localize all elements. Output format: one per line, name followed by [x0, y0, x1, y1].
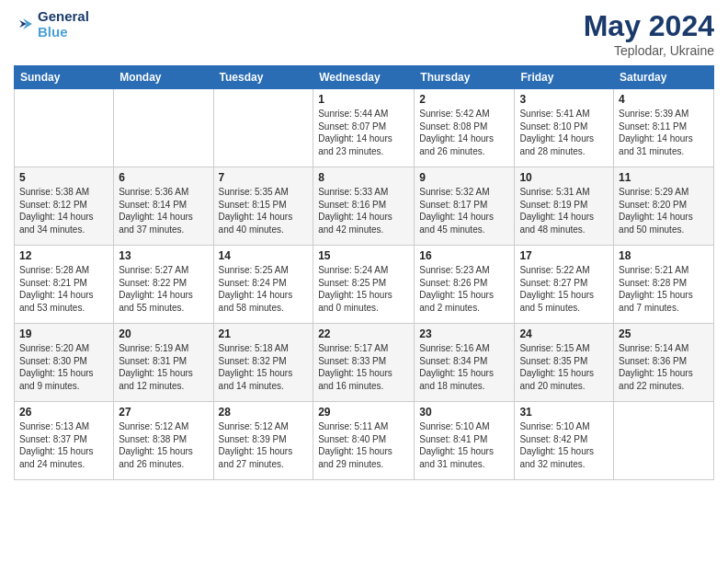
day-cell-2-6: 18 Sunrise: 5:21 AM Sunset: 8:28 PM Dayl…: [614, 246, 714, 324]
daylight: Daylight: 15 hours and 24 minutes.: [19, 446, 94, 469]
daylight: Daylight: 15 hours and 29 minutes.: [318, 446, 392, 469]
logo-general: General: [38, 9, 89, 25]
day-cell-4-5: 31 Sunrise: 5:10 AM Sunset: 8:42 PM Dayl…: [515, 402, 614, 480]
day-cell-0-6: 4 Sunrise: 5:39 AM Sunset: 8:11 PM Dayli…: [614, 89, 714, 167]
sunrise: Sunrise: 5:33 AM: [318, 187, 388, 197]
day-number: 14: [219, 249, 309, 262]
sunset: Sunset: 8:30 PM: [19, 356, 87, 366]
week-row-2: 5 Sunrise: 5:38 AM Sunset: 8:12 PM Dayli…: [15, 167, 714, 246]
sunset: Sunset: 8:25 PM: [318, 278, 386, 288]
daylight: Daylight: 15 hours and 7 minutes.: [619, 290, 693, 313]
sunset: Sunset: 8:17 PM: [419, 200, 487, 210]
sunset: Sunset: 8:39 PM: [219, 434, 287, 444]
daylight: Daylight: 14 hours and 23 minutes.: [318, 133, 392, 156]
day-cell-2-5: 17 Sunrise: 5:22 AM Sunset: 8:27 PM Dayl…: [515, 246, 614, 324]
day-info: Sunrise: 5:29 AM Sunset: 8:20 PM Dayligh…: [619, 186, 709, 236]
day-cell-3-4: 23 Sunrise: 5:16 AM Sunset: 8:34 PM Dayl…: [415, 324, 515, 402]
logo: General Blue: [14, 9, 89, 40]
sunrise: Sunrise: 5:17 AM: [318, 343, 388, 353]
day-info: Sunrise: 5:31 AM Sunset: 8:19 PM Dayligh…: [519, 186, 609, 236]
day-cell-2-3: 15 Sunrise: 5:24 AM Sunset: 8:25 PM Dayl…: [313, 246, 415, 324]
title-month: May 2024: [584, 9, 714, 43]
day-number: 26: [19, 406, 108, 419]
sunrise: Sunrise: 5:44 AM: [318, 109, 388, 119]
day-cell-4-2: 28 Sunrise: 5:12 AM Sunset: 8:39 PM Dayl…: [213, 402, 313, 480]
daylight: Daylight: 15 hours and 14 minutes.: [219, 368, 293, 391]
day-cell-3-2: 21 Sunrise: 5:18 AM Sunset: 8:32 PM Dayl…: [213, 324, 313, 402]
day-cell-0-4: 2 Sunrise: 5:42 AM Sunset: 8:08 PM Dayli…: [415, 89, 515, 167]
daylight: Daylight: 15 hours and 31 minutes.: [419, 446, 494, 469]
day-cell-3-3: 22 Sunrise: 5:17 AM Sunset: 8:33 PM Dayl…: [313, 324, 415, 402]
col-wednesday: Wednesday: [313, 66, 415, 89]
daylight: Daylight: 14 hours and 34 minutes.: [19, 212, 94, 235]
day-info: Sunrise: 5:17 AM Sunset: 8:33 PM Dayligh…: [318, 342, 409, 392]
day-info: Sunrise: 5:28 AM Sunset: 8:21 PM Dayligh…: [19, 264, 108, 314]
sunrise: Sunrise: 5:10 AM: [419, 421, 489, 431]
daylight: Daylight: 15 hours and 32 minutes.: [519, 446, 594, 469]
daylight: Daylight: 14 hours and 28 minutes.: [519, 133, 594, 156]
day-cell-1-1: 6 Sunrise: 5:36 AM Sunset: 8:14 PM Dayli…: [114, 167, 213, 246]
day-cell-1-0: 5 Sunrise: 5:38 AM Sunset: 8:12 PM Dayli…: [15, 167, 114, 246]
day-cell-2-0: 12 Sunrise: 5:28 AM Sunset: 8:21 PM Dayl…: [15, 246, 114, 324]
day-info: Sunrise: 5:32 AM Sunset: 8:17 PM Dayligh…: [419, 186, 509, 236]
daylight: Daylight: 15 hours and 9 minutes.: [19, 368, 94, 391]
sunset: Sunset: 8:12 PM: [19, 200, 87, 210]
daylight: Daylight: 15 hours and 22 minutes.: [619, 368, 693, 391]
day-info: Sunrise: 5:22 AM Sunset: 8:27 PM Dayligh…: [519, 264, 609, 314]
sunset: Sunset: 8:07 PM: [318, 121, 386, 132]
sunset: Sunset: 8:22 PM: [119, 278, 187, 288]
col-sunday: Sunday: [15, 66, 114, 89]
day-info: Sunrise: 5:15 AM Sunset: 8:35 PM Dayligh…: [519, 342, 609, 392]
day-info: Sunrise: 5:41 AM Sunset: 8:10 PM Dayligh…: [519, 108, 609, 157]
sunset: Sunset: 8:32 PM: [219, 356, 287, 366]
sunrise: Sunrise: 5:42 AM: [419, 109, 489, 119]
sunset: Sunset: 8:15 PM: [219, 200, 287, 210]
sunrise: Sunrise: 5:13 AM: [19, 421, 89, 431]
sunrise: Sunrise: 5:29 AM: [619, 187, 688, 197]
col-monday: Monday: [114, 66, 213, 89]
col-thursday: Thursday: [415, 66, 515, 89]
calendar-header-row: Sunday Monday Tuesday Wednesday Thursday…: [15, 66, 714, 89]
day-cell-1-6: 11 Sunrise: 5:29 AM Sunset: 8:20 PM Dayl…: [614, 167, 714, 246]
sunset: Sunset: 8:40 PM: [318, 434, 386, 444]
header: General Blue May 2024 Teplodar, Ukraine: [14, 9, 714, 58]
sunset: Sunset: 8:42 PM: [519, 434, 587, 444]
daylight: Daylight: 15 hours and 20 minutes.: [519, 368, 594, 391]
sunrise: Sunrise: 5:12 AM: [219, 421, 289, 431]
sunset: Sunset: 8:21 PM: [19, 278, 87, 288]
day-info: Sunrise: 5:10 AM Sunset: 8:41 PM Dayligh…: [419, 420, 509, 470]
daylight: Daylight: 14 hours and 40 minutes.: [219, 212, 293, 235]
day-info: Sunrise: 5:36 AM Sunset: 8:14 PM Dayligh…: [119, 186, 208, 236]
daylight: Daylight: 14 hours and 53 minutes.: [19, 290, 94, 313]
sunset: Sunset: 8:36 PM: [619, 356, 687, 366]
sunrise: Sunrise: 5:24 AM: [318, 265, 388, 275]
day-number: 7: [219, 171, 309, 184]
day-number: 21: [219, 327, 309, 340]
day-cell-0-3: 1 Sunrise: 5:44 AM Sunset: 8:07 PM Dayli…: [313, 89, 415, 167]
sunrise: Sunrise: 5:27 AM: [119, 265, 188, 275]
day-info: Sunrise: 5:35 AM Sunset: 8:15 PM Dayligh…: [219, 186, 309, 236]
day-cell-0-1: [114, 89, 213, 167]
day-info: Sunrise: 5:13 AM Sunset: 8:37 PM Dayligh…: [19, 420, 108, 470]
week-row-3: 12 Sunrise: 5:28 AM Sunset: 8:21 PM Dayl…: [15, 246, 714, 324]
day-number: 5: [19, 171, 108, 184]
title-location: Teplodar, Ukraine: [584, 43, 714, 58]
day-cell-4-4: 30 Sunrise: 5:10 AM Sunset: 8:41 PM Dayl…: [415, 402, 515, 480]
sunset: Sunset: 8:20 PM: [619, 200, 687, 210]
sunrise: Sunrise: 5:35 AM: [219, 187, 289, 197]
day-cell-1-3: 8 Sunrise: 5:33 AM Sunset: 8:16 PM Dayli…: [313, 167, 415, 246]
sunrise: Sunrise: 5:23 AM: [419, 265, 489, 275]
sunset: Sunset: 8:37 PM: [19, 434, 87, 444]
day-info: Sunrise: 5:10 AM Sunset: 8:42 PM Dayligh…: [519, 420, 609, 470]
day-cell-3-6: 25 Sunrise: 5:14 AM Sunset: 8:36 PM Dayl…: [614, 324, 714, 402]
day-cell-3-0: 19 Sunrise: 5:20 AM Sunset: 8:30 PM Dayl…: [15, 324, 114, 402]
day-number: 8: [318, 171, 409, 184]
day-number: 15: [318, 249, 409, 262]
day-number: 10: [519, 171, 609, 184]
daylight: Daylight: 14 hours and 45 minutes.: [419, 212, 494, 235]
daylight: Daylight: 15 hours and 2 minutes.: [419, 290, 494, 313]
day-cell-1-5: 10 Sunrise: 5:31 AM Sunset: 8:19 PM Dayl…: [515, 167, 614, 246]
day-number: 27: [119, 406, 208, 419]
day-cell-2-4: 16 Sunrise: 5:23 AM Sunset: 8:26 PM Dayl…: [415, 246, 515, 324]
sunset: Sunset: 8:38 PM: [119, 434, 187, 444]
